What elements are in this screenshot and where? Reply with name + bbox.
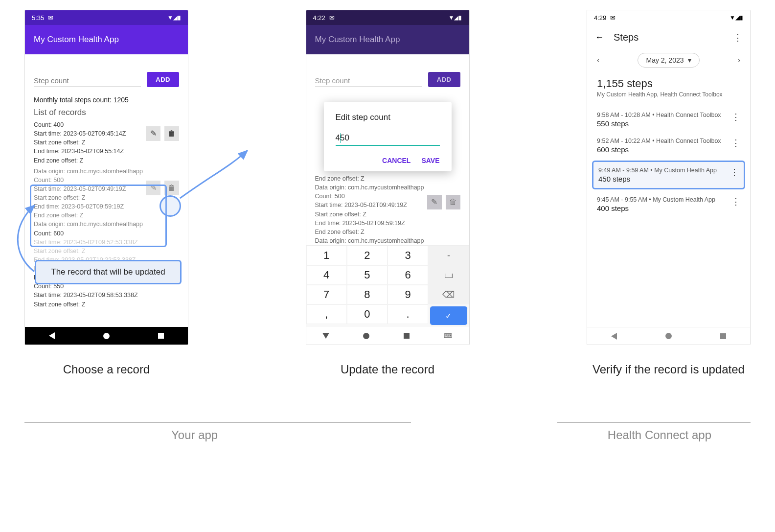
edit-icon[interactable]: ✎ [146, 126, 160, 141]
key-0[interactable]: 0 [347, 304, 388, 324]
record-item: Count: 400 Start time: 2023-05-02T09:45:… [34, 120, 179, 165]
app-title: My Custom Health App [34, 35, 119, 44]
key-3[interactable]: 3 [388, 246, 428, 265]
entry-more-icon[interactable]: ⋮ [731, 138, 740, 148]
divider-your-app [24, 422, 411, 423]
divider-health-connect [557, 422, 751, 423]
step-count-input[interactable]: Step count [315, 74, 422, 87]
nav-recent-icon[interactable] [404, 333, 410, 339]
phone-choose-record: 5:35 ✉ ▼◢▮ My Custom Health App Step cou… [24, 10, 188, 345]
key-2[interactable]: 2 [347, 246, 388, 265]
key-period[interactable]: . [388, 304, 428, 324]
app-toolbar: My Custom Health App [306, 25, 469, 54]
phone-verify-record: 4:29 ✉ ▼◢▮ ← Steps ⋮ ‹ May 2, 2023 ▾ › 1… [587, 10, 751, 345]
group-label-your-app: Your app [171, 428, 218, 442]
key-4[interactable]: 4 [306, 265, 347, 285]
numeric-keypad: 1 2 3 - 4 5 6 ⌴ 7 8 9 ⌫ , 0 . ✓ [306, 245, 469, 327]
nav-home-icon[interactable] [363, 333, 369, 339]
android-nav-bar: ⌨ [306, 327, 469, 345]
captions-row: Choose a record Update the record Verify… [24, 363, 751, 376]
key-minus[interactable]: - [428, 246, 469, 265]
bg-record: End zone offset: Z Data origin: com.hc.m… [315, 174, 460, 245]
key-8[interactable]: 8 [347, 285, 388, 304]
key-backspace[interactable]: ⌫ [428, 285, 469, 304]
key-1[interactable]: 1 [306, 246, 347, 265]
status-bar: 5:35 ✉ ▼◢▮ [25, 10, 188, 25]
delete-icon[interactable]: 🗑 [446, 195, 460, 209]
nav-home-icon[interactable] [103, 333, 110, 339]
back-arrow-icon[interactable]: ← [595, 32, 604, 43]
phone-update-record: 4:22 ✉ ▼◢▮ My Custom Health App Step cou… [306, 10, 470, 345]
key-5[interactable]: 5 [347, 265, 388, 285]
app-toolbar: My Custom Health App [25, 25, 188, 54]
dialog-input[interactable]: 450 [336, 133, 440, 146]
group-label-health-connect: Health Connect app [608, 428, 711, 442]
android-nav-bar [25, 327, 188, 345]
status-time: 5:35 [32, 14, 44, 22]
entry-more-icon[interactable]: ⋮ [731, 112, 740, 122]
mail-icon: ✉ [329, 14, 335, 22]
step-entry[interactable]: 9:58 AM - 10:28 AM • Health Connect Tool… [587, 107, 750, 133]
mail-icon: ✉ [610, 14, 615, 22]
caption-update: Update the record [306, 363, 470, 376]
next-day-icon[interactable]: › [738, 56, 740, 65]
total-steps: 1,155 steps [587, 77, 750, 90]
status-bar: 4:29 ✉ ▼◢▮ [587, 10, 750, 25]
entry-more-icon[interactable]: ⋮ [730, 167, 739, 178]
callout-label: The record that will be updated [35, 260, 182, 284]
key-comma[interactable]: , [306, 304, 347, 324]
status-time: 4:22 [313, 14, 325, 22]
nav-home-icon[interactable] [665, 333, 672, 339]
monthly-total: Monthly total steps count: 1205 [34, 96, 179, 104]
key-space[interactable]: ⌴ [428, 265, 469, 285]
dropdown-icon: ▾ [688, 56, 691, 64]
date-picker[interactable]: May 2, 2023 ▾ [638, 53, 699, 68]
entry-more-icon[interactable]: ⋮ [731, 196, 740, 207]
step-count-input[interactable]: Step count [34, 74, 141, 87]
highlight-edit-button [160, 195, 181, 217]
app-title: My Custom Health App [315, 35, 400, 44]
records-header: List of records [34, 108, 179, 117]
status-time: 4:29 [594, 14, 606, 22]
key-7[interactable]: 7 [306, 285, 347, 304]
save-button[interactable]: SAVE [421, 157, 439, 164]
caption-verify: Verify if the record is updated [587, 363, 751, 376]
mail-icon: ✉ [48, 14, 53, 22]
android-nav-bar [587, 327, 750, 345]
step-entry-highlighted[interactable]: 9:49 AM - 9:59 AM • My Custom Health App… [592, 161, 745, 189]
status-icons: ▼◢▮ [449, 14, 462, 21]
page-title: Steps [614, 32, 724, 43]
key-done[interactable]: ✓ [430, 306, 467, 325]
more-icon[interactable]: ⋮ [733, 32, 742, 43]
edit-dialog: Edit step count 450 CANCEL SAVE [324, 102, 452, 171]
status-bar: 4:22 ✉ ▼◢▮ [306, 10, 469, 25]
edit-icon[interactable]: ✎ [427, 195, 442, 209]
key-6[interactable]: 6 [388, 265, 428, 285]
step-entry[interactable]: 9:52 AM - 10:22 AM • Health Connect Tool… [587, 133, 750, 159]
prev-day-icon[interactable]: ‹ [597, 56, 599, 65]
status-icons: ▼◢▮ [167, 14, 181, 21]
status-icons: ▼◢▮ [729, 14, 743, 21]
dialog-title: Edit step count [336, 113, 440, 122]
nav-recent-icon[interactable] [720, 333, 726, 339]
cancel-button[interactable]: CANCEL [382, 157, 410, 164]
total-steps-subtitle: My Custom Health App, Health Connect Too… [587, 90, 750, 107]
highlight-selected-record [30, 185, 167, 247]
add-button[interactable]: ADD [147, 72, 179, 87]
nav-back-icon[interactable] [49, 332, 55, 339]
nav-back-icon[interactable] [611, 333, 617, 340]
key-9[interactable]: 9 [388, 285, 428, 304]
delete-icon[interactable]: 🗑 [164, 126, 179, 141]
keyboard-icon[interactable]: ⌨ [444, 332, 452, 339]
nav-back-icon[interactable] [322, 333, 329, 339]
add-button[interactable]: ADD [428, 72, 460, 87]
nav-recent-icon[interactable] [158, 333, 164, 339]
step-entry[interactable]: 9:45 AM - 9:55 AM • My Custom Health App… [587, 191, 750, 217]
caption-choose: Choose a record [24, 363, 188, 376]
